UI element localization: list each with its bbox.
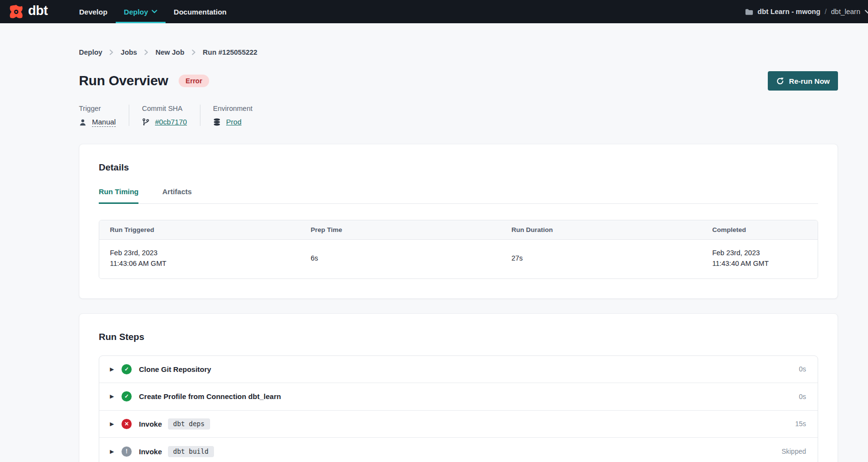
col-prep-time: Prep Time xyxy=(311,226,512,233)
breadcrumb-deploy[interactable]: Deploy xyxy=(79,48,102,56)
person-icon xyxy=(79,119,87,126)
details-tabs: Run Timing Artifacts xyxy=(99,187,818,204)
run-meta: Trigger Manual Commit SHA #0cb7170 xyxy=(79,105,838,127)
dbt-logo-icon xyxy=(9,4,24,19)
prep-time-value: 6s xyxy=(311,253,512,264)
step-label: Invoke xyxy=(139,447,162,456)
trigger-value[interactable]: Manual xyxy=(92,118,116,127)
run-timing-table: Run Triggered Prep Time Run Duration Com… xyxy=(99,220,818,279)
step-label: Clone Git Repository xyxy=(139,365,211,373)
col-run-duration: Run Duration xyxy=(511,226,712,233)
col-run-triggered: Run Triggered xyxy=(110,226,311,233)
step-duration: 15s xyxy=(795,420,806,428)
step-clone-git-repository[interactable]: ▶ ✓ Clone Git Repository 0s xyxy=(99,356,818,384)
workspace-separator: / xyxy=(825,8,827,15)
error-icon: ✕ xyxy=(122,419,132,429)
folder-icon xyxy=(745,8,753,15)
step-label: Invoke xyxy=(139,420,162,428)
col-completed: Completed xyxy=(712,226,807,233)
caret-right-icon[interactable]: ▶ xyxy=(110,393,122,400)
details-title: Details xyxy=(99,162,818,173)
tab-run-timing[interactable]: Run Timing xyxy=(99,187,138,204)
command-chip: dbt build xyxy=(168,446,214,457)
step-duration: Skipped xyxy=(781,447,806,455)
step-label: Create Profile from Connection dbt_learn xyxy=(139,392,281,400)
run-duration-value: 27s xyxy=(511,253,712,264)
success-icon: ✓ xyxy=(122,391,132,401)
caret-right-icon[interactable]: ▶ xyxy=(110,366,122,372)
chevron-right-icon xyxy=(144,49,148,55)
nav-item-label: Documentation xyxy=(174,8,227,16)
breadcrumb: Deploy Jobs New Job Run #125055222 xyxy=(79,23,838,56)
workspace-switcher[interactable]: dbt Learn - mwong / dbt_learn xyxy=(745,0,868,23)
brand-wordmark: dbt xyxy=(28,3,47,20)
table-header-row: Run Triggered Prep Time Run Duration Com… xyxy=(99,220,818,240)
step-invoke-dbt-deps[interactable]: ▶ ✕ Invoke dbt deps 15s xyxy=(99,411,818,438)
step-duration: 0s xyxy=(799,393,806,400)
command-chip: dbt deps xyxy=(168,418,210,430)
chevron-down-icon xyxy=(865,10,868,14)
nav-item-documentation[interactable]: Documentation xyxy=(166,0,235,23)
workspace-account: dbt Learn - mwong xyxy=(758,8,821,15)
caret-right-icon[interactable]: ▶ xyxy=(110,448,122,455)
top-nav: dbt Develop Deploy Documentation dbt Lea… xyxy=(0,0,868,23)
step-duration: 0s xyxy=(799,365,806,373)
chevron-right-icon xyxy=(109,49,113,55)
step-create-profile[interactable]: ▶ ✓ Create Profile from Connection dbt_l… xyxy=(99,383,818,411)
run-steps-card: Run Steps ▶ ✓ Clone Git Repository 0s ▶ … xyxy=(79,313,838,462)
commit-sha-link[interactable]: #0cb7170 xyxy=(155,118,187,126)
chevron-right-icon xyxy=(192,49,196,55)
page-body: Deploy Jobs New Job Run #125055222 Run O… xyxy=(0,23,868,462)
database-icon xyxy=(213,118,221,126)
nav-item-deploy[interactable]: Deploy xyxy=(116,0,166,23)
tab-artifacts[interactable]: Artifacts xyxy=(162,187,192,204)
page-title: Run Overview xyxy=(79,73,168,89)
meta-environment: Environment Prod xyxy=(200,105,265,126)
dbt-logo[interactable]: dbt xyxy=(9,0,47,23)
breadcrumb-jobs[interactable]: Jobs xyxy=(121,48,137,56)
run-steps-title: Run Steps xyxy=(99,332,818,342)
run-steps-list: ▶ ✓ Clone Git Repository 0s ▶ ✓ Create P… xyxy=(99,355,818,462)
git-branch-icon xyxy=(142,118,150,126)
breadcrumb-run-id: Run #125055222 xyxy=(203,48,258,56)
title-row: Run Overview Error Re-run Now xyxy=(79,71,838,91)
details-card: Details Run Timing Artifacts Run Trigger… xyxy=(79,144,838,299)
meta-environment-label: Environment xyxy=(213,105,252,112)
refresh-icon xyxy=(776,77,784,85)
step-invoke-dbt-build[interactable]: ▶ ! Invoke dbt build Skipped xyxy=(99,438,818,462)
skipped-icon: ! xyxy=(122,447,132,457)
nav-item-label: Deploy xyxy=(124,8,148,16)
caret-right-icon[interactable]: ▶ xyxy=(110,421,122,427)
meta-trigger: Trigger Manual xyxy=(79,105,129,127)
meta-commit-label: Commit SHA xyxy=(142,105,187,112)
nav-item-develop[interactable]: Develop xyxy=(71,0,115,23)
nav-item-label: Develop xyxy=(79,8,107,16)
rerun-now-button[interactable]: Re-run Now xyxy=(768,71,838,91)
meta-commit-sha: Commit SHA #0cb7170 xyxy=(129,105,200,126)
breadcrumb-new-job[interactable]: New Job xyxy=(155,48,184,56)
status-badge: Error xyxy=(179,75,209,87)
table-row: Feb 23rd, 2023 11:43:06 AM GMT 6s 27s Fe… xyxy=(99,240,818,278)
workspace-project: dbt_learn xyxy=(831,8,860,15)
primary-nav: Develop Deploy Documentation xyxy=(71,0,235,23)
meta-trigger-label: Trigger xyxy=(79,105,116,112)
environment-link[interactable]: Prod xyxy=(226,118,242,126)
chevron-down-icon xyxy=(152,10,157,14)
success-icon: ✓ xyxy=(122,364,132,374)
run-triggered-value: Feb 23rd, 2023 11:43:06 AM GMT xyxy=(110,248,311,269)
rerun-now-label: Re-run Now xyxy=(789,77,830,85)
completed-value: Feb 23rd, 2023 11:43:40 AM GMT xyxy=(712,248,807,269)
